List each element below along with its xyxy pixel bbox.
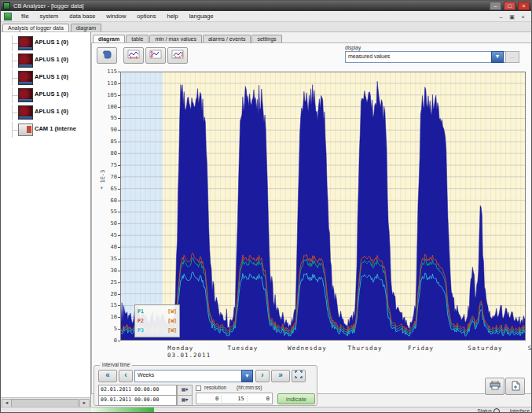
y-tick-label: 40: [94, 244, 117, 250]
y-tick-label: 15: [94, 302, 117, 308]
aplus-device-icon: [18, 105, 33, 120]
tree-item-0[interactable]: APLUS 1 (0): [1, 35, 91, 51]
close-button[interactable]: ×: [518, 2, 530, 10]
minimize-button[interactable]: –: [490, 2, 501, 10]
mdi-close-icon[interactable]: ×: [518, 13, 528, 22]
doc-tab-analysis-of-logger-data[interactable]: Analysis of logger data: [2, 24, 69, 31]
menu-data-base[interactable]: data base: [64, 11, 101, 22]
status-label: Status: [478, 408, 492, 413]
date-from-field[interactable]: 02.01.2011 00:00:00: [98, 385, 177, 396]
doc-tab-diagram[interactable]: diagram: [71, 24, 101, 31]
date-to-field[interactable]: 09.01.2011 00:00:00: [98, 395, 177, 406]
y-tick-mark: [118, 259, 120, 260]
print-button[interactable]: [485, 378, 504, 395]
forward-button[interactable]: ›: [255, 370, 270, 382]
resolution-label: resolution: [204, 385, 226, 390]
tab-alarms-events[interactable]: alarms / events: [203, 35, 251, 42]
x-day-label: Wednesday: [288, 345, 327, 352]
document-tab-bar: Analysis of logger datadiagram: [1, 22, 532, 32]
tree-connector-stub: [12, 78, 18, 79]
menu-file[interactable]: file: [16, 11, 35, 22]
legend-series-unit: [W]: [167, 307, 177, 316]
interval-unit-select[interactable]: Weeks: [134, 370, 245, 382]
maximize-button[interactable]: □: [504, 2, 515, 10]
tree-item-2[interactable]: APLUS 1 (0): [1, 70, 91, 86]
resolution-value-field[interactable]: 0: [196, 396, 222, 402]
calendar-picker-icon[interactable]: ▦▾: [177, 385, 193, 396]
mdi-minimize-icon[interactable]: –: [496, 13, 506, 22]
back-button[interactable]: ‹: [119, 370, 133, 382]
tree-connector-stub: [12, 112, 18, 113]
display-select[interactable]: measured values: [345, 51, 506, 63]
resolution-value-field[interactable]: 15: [222, 396, 247, 402]
menu-options[interactable]: options: [131, 11, 161, 22]
y-tick-label: 25: [94, 279, 117, 286]
aplus-device-icon: [18, 36, 33, 50]
tree-item-1[interactable]: APLUS 1 (0): [1, 53, 91, 68]
y-tick-label: 0: [94, 337, 117, 344]
fast-back-button[interactable]: «: [98, 370, 117, 382]
menu-window[interactable]: window: [101, 11, 131, 22]
y-tick-mark: [118, 282, 120, 283]
tab-diagram[interactable]: diagram: [93, 35, 125, 42]
y-tick-mark: [118, 294, 120, 295]
y-tick-mark: [118, 165, 120, 166]
measured-values-chart[interactable]: [120, 72, 526, 341]
expand-range-button[interactable]: [292, 370, 306, 382]
y-tick-mark: [118, 130, 120, 131]
resolution-value-field[interactable]: 0: [248, 396, 272, 402]
tree-item-3[interactable]: APLUS 1 (0): [1, 87, 91, 103]
tree-connector-stub: [12, 43, 18, 44]
zoom-reset-button[interactable]: [167, 47, 188, 64]
tree-item-4[interactable]: APLUS 1 (0): [1, 105, 91, 120]
y-tick-mark: [118, 212, 120, 212]
display-more-button[interactable]: ...: [505, 51, 519, 63]
display-label: display: [345, 45, 361, 50]
y-tick-mark: [118, 95, 120, 96]
tree-item-5[interactable]: CAM 1 (Interne: [1, 122, 91, 138]
resolution-checkbox[interactable]: [196, 385, 201, 391]
export-button[interactable]: [505, 378, 525, 395]
tab-settings[interactable]: settings: [251, 35, 281, 42]
interface-label: Interface: [510, 408, 530, 413]
chart-canvas[interactable]: [120, 72, 526, 341]
device-label: APLUS 1 (0): [35, 108, 68, 115]
resolution-values-box[interactable]: 0150: [196, 393, 273, 404]
zoom-value-axis-button[interactable]: [145, 47, 166, 64]
chevron-down-icon[interactable]: ▼: [241, 370, 253, 382]
pan-tool-button[interactable]: [97, 47, 117, 64]
mdi-restore-icon[interactable]: ▣: [507, 13, 517, 22]
x-day-label: Thursday: [347, 345, 382, 352]
legend-series-label: P2: [138, 316, 144, 326]
y-tick-mark: [118, 118, 120, 119]
legend-series-unit: [W]: [167, 316, 177, 326]
y-tick-mark: [118, 72, 120, 72]
x-day-label: Tuesday: [228, 345, 259, 352]
y-tick-mark: [118, 341, 120, 341]
zoom-time-axis-button[interactable]: [123, 47, 144, 64]
indicate-button[interactable]: indicate: [277, 393, 315, 404]
device-tree-sidebar: APLUS 1 (0)APLUS 1 (0)APLUS 1 (0)APLUS 1…: [1, 32, 91, 407]
printer-icon: [490, 381, 501, 390]
y-tick-mark: [118, 83, 120, 84]
device-label: APLUS 1 (0): [35, 39, 68, 46]
title-bar[interactable]: CB Analyser - [logger data] – □ ×: [1, 1, 532, 11]
tree-connector-stub: [12, 95, 18, 96]
chevron-down-icon[interactable]: ▼: [491, 51, 504, 63]
sidebar-scrollbar[interactable]: ◄ ►: [1, 397, 90, 407]
fast-forward-button[interactable]: »: [271, 370, 290, 382]
tab-table[interactable]: table: [126, 35, 149, 42]
menu-language[interactable]: language: [184, 11, 219, 22]
calendar-picker-icon[interactable]: ▦▾: [177, 395, 193, 406]
y-tick-label: 90: [94, 127, 117, 133]
y-tick-label: 75: [94, 162, 117, 168]
y-tick-mark: [118, 247, 120, 248]
zoom-reset-chart-icon: [168, 50, 187, 59]
y-tick-label: 50: [94, 220, 117, 227]
menu-help[interactable]: help: [162, 11, 184, 22]
tab-min-max-values[interactable]: min / max values: [149, 35, 202, 42]
legend-entry-P2: P2[W]: [138, 316, 177, 326]
legend-series-label: P1: [138, 307, 144, 316]
menu-system[interactable]: system: [35, 11, 64, 22]
zoom-x-chart-icon: [124, 50, 143, 59]
